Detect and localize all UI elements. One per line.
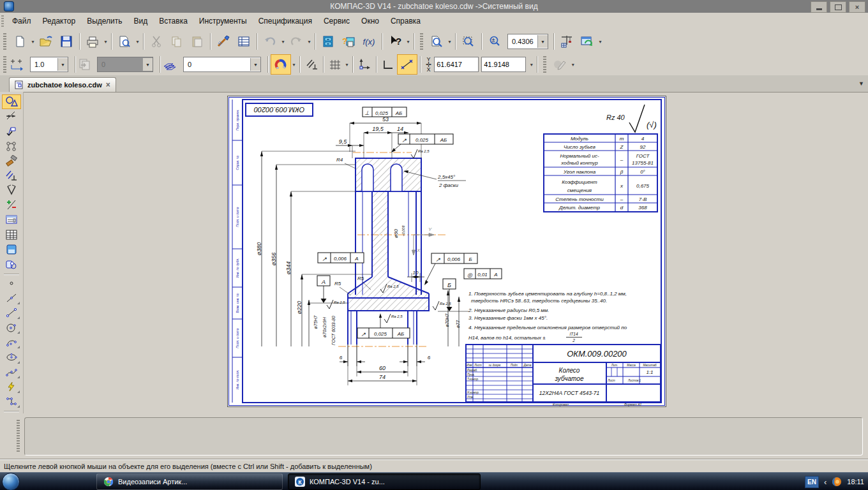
tab-close-icon[interactable]: × <box>106 80 110 89</box>
print-button[interactable] <box>82 31 103 52</box>
menu-file[interactable]: Файл <box>6 15 37 27</box>
zoom-document-button[interactable] <box>426 31 447 52</box>
menu-help[interactable]: Справка <box>385 15 426 27</box>
menu-service[interactable]: Сервис <box>318 15 355 27</box>
tool-ellipse-button[interactable] <box>2 350 21 364</box>
tool-bezier-button[interactable] <box>2 365 21 380</box>
tool-point-button[interactable] <box>2 276 21 290</box>
panel-specification-button[interactable] <box>2 212 21 227</box>
copy-button[interactable] <box>167 31 187 52</box>
panel-designations-button[interactable] <box>2 124 21 138</box>
scale-combo[interactable]: 0.4306 ▼ <box>507 34 548 49</box>
property-panel-grip[interactable] <box>17 420 20 452</box>
paste-button[interactable] <box>187 31 207 52</box>
tab-list-arrow[interactable]: ▼ <box>858 80 864 87</box>
local-cs-button[interactable] <box>355 56 373 73</box>
restore-button[interactable] <box>830 1 846 13</box>
rounding-button[interactable] <box>397 54 417 75</box>
panel-editing-button[interactable] <box>2 153 21 168</box>
cut-button[interactable] <box>146 31 167 52</box>
menu-view[interactable]: Вид <box>128 15 154 27</box>
help-more[interactable]: ▾ <box>405 32 411 51</box>
copy-properties-button[interactable] <box>213 31 234 52</box>
panel-insert-view-button[interactable] <box>2 242 21 256</box>
minimize-button[interactable] <box>811 1 827 13</box>
menu-grip[interactable] <box>1 15 4 27</box>
variables-button[interactable] <box>318 31 338 52</box>
step-combo-arrow[interactable]: ▼ <box>57 58 68 71</box>
context-help-button[interactable]: ? <box>385 31 405 52</box>
preview-dropdown[interactable]: ▾ <box>135 32 140 51</box>
pan-view-button[interactable] <box>557 31 577 52</box>
taskbar-chrome-button[interactable]: Видеозаписи Артик... <box>96 473 283 490</box>
new-document-button[interactable] <box>10 31 30 52</box>
tool-aux-line-button[interactable] <box>2 291 21 306</box>
coord-y-input[interactable] <box>481 57 526 72</box>
undo-dropdown[interactable]: ▾ <box>280 32 286 51</box>
edit-object-button[interactable] <box>550 54 570 75</box>
save-button[interactable] <box>56 31 77 52</box>
menu-insert[interactable]: Вставка <box>153 15 193 27</box>
drawing-canvas[interactable]: Перв. примен. Справ. № Подп. и дата Инв.… <box>227 96 666 407</box>
panel-reports-button[interactable] <box>2 227 21 242</box>
menu-edit[interactable]: Редактор <box>37 15 82 27</box>
copies-combo-arrow[interactable]: ▼ <box>142 58 153 71</box>
redo-button[interactable] <box>286 31 306 52</box>
toolbar-grip[interactable] <box>3 33 6 50</box>
menu-specification[interactable]: Спецификация <box>253 15 318 27</box>
refresh-view-button[interactable] <box>577 31 597 52</box>
panel-parametrization-button[interactable] <box>2 168 21 182</box>
zoom-toolbar-grip[interactable] <box>420 33 423 50</box>
panel-measure-button[interactable] <box>2 183 21 198</box>
document-tab[interactable]: zubchatoe koleso.cdw × <box>9 77 116 92</box>
tool-circle-button[interactable] <box>2 320 21 335</box>
taskbar-kompas-button[interactable]: К КОМПАС-3D V14 - zu... <box>288 473 481 490</box>
zoom-in-out-button[interactable]: ± <box>484 31 505 52</box>
panel-selection-button[interactable] <box>2 198 21 212</box>
zoom-document-dropdown[interactable]: ▾ <box>447 32 453 51</box>
panel-dimensions-button[interactable] <box>2 109 21 124</box>
spec-properties-button[interactable] <box>234 31 254 52</box>
redo-dropdown[interactable]: ▾ <box>306 32 312 51</box>
state-toolbar-grip[interactable] <box>3 56 6 73</box>
parametric-mode-button[interactable] <box>303 56 320 73</box>
tool-arc-button[interactable] <box>2 335 21 350</box>
new-dropdown[interactable]: ▾ <box>30 32 36 51</box>
tool-segment-button[interactable] <box>2 306 21 320</box>
view-toolbar-more[interactable]: ▾ <box>597 32 603 51</box>
tool-polyline-button[interactable] <box>2 394 21 409</box>
panel-designations-psp-button[interactable] <box>2 138 21 153</box>
menu-tools[interactable]: Инструменты <box>193 15 253 27</box>
edit-more[interactable]: ▾ <box>570 55 576 74</box>
grid-button[interactable] <box>326 56 344 73</box>
layer-combo[interactable]: 0 ▼ <box>183 57 261 72</box>
menu-window[interactable]: Окно <box>355 15 385 27</box>
snap-global-button[interactable] <box>271 54 291 75</box>
step-combo[interactable]: 1.0 ▼ <box>30 57 68 72</box>
coord-x-input[interactable] <box>434 57 479 72</box>
clock[interactable]: 18:11 <box>847 478 864 486</box>
coords-more[interactable]: ▾ <box>528 55 534 74</box>
tray-expand-icon[interactable]: ‹ <box>824 477 827 487</box>
layer-combo-arrow[interactable]: ▼ <box>250 58 260 71</box>
preview-button[interactable] <box>114 31 135 52</box>
tool-equidistant-button[interactable] <box>2 380 21 394</box>
open-button[interactable] <box>36 31 56 52</box>
menu-select[interactable]: Выделить <box>81 15 128 27</box>
language-indicator[interactable]: EN <box>805 476 819 488</box>
grid-dropdown[interactable]: ▾ <box>344 55 350 74</box>
print-dropdown[interactable]: ▾ <box>103 32 108 51</box>
property-panel-area[interactable] <box>24 417 863 456</box>
undo-button[interactable] <box>260 31 280 52</box>
snap-dropdown[interactable]: ▾ <box>291 55 297 74</box>
panel-geometry-button[interactable] <box>2 94 21 109</box>
copies-combo[interactable]: 0 ▼ <box>97 57 153 72</box>
ortho-mode-button[interactable] <box>379 56 397 73</box>
zoom-area-button[interactable] <box>458 31 479 52</box>
library-manager-button[interactable]: ? <box>338 31 359 52</box>
close-button[interactable]: × <box>849 1 865 13</box>
fx-button[interactable]: f(x) <box>359 31 379 52</box>
tray-app-icon[interactable] <box>832 477 842 487</box>
start-button[interactable] <box>2 473 20 490</box>
edit-toolbar-grip[interactable] <box>543 56 546 73</box>
